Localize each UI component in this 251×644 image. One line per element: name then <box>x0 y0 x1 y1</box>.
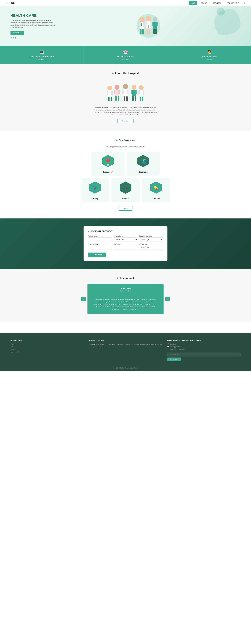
spacer1 <box>0 322 251 333</box>
doctor-name-select[interactable]: Doctor Name 1Doctor Name 2Doctor Name 3 <box>114 238 137 242</box>
footer-email: ✉️ demo@gmail.com <box>167 346 240 348</box>
services-bottom-row: ⚕️ Surgery ➕ First Aid 💊 Therapy <box>81 178 170 202</box>
nav-about[interactable]: ABOUT <box>199 1 208 5</box>
feature-advanced-tech: 💻 ADVANCED TECHNOLOGY Read More <box>0 46 84 64</box>
service-firstaid: ➕ First Aid <box>111 178 139 202</box>
date-input[interactable] <box>139 246 163 250</box>
appointment-section: BOOK APPOINTMENT Patient Name Doctor's N… <box>0 218 251 269</box>
about-read-more-button[interactable]: Read More <box>118 119 133 123</box>
appt-row1: Patient Name Doctor's Name Doctor Name 1… <box>88 235 163 242</box>
services-dot <box>116 140 118 141</box>
search-icon[interactable]: 🔍 <box>243 2 246 4</box>
carousel-dot-1[interactable] <box>11 37 12 38</box>
svg-rect-32 <box>114 90 115 94</box>
svg-rect-21 <box>155 28 157 34</box>
svg-rect-40 <box>124 96 125 102</box>
testimonial-card: Chris Jonas Default model test " Various… <box>88 284 163 314</box>
svg-rect-50 <box>138 90 140 94</box>
footer-ql-title: QUICK LINKS <box>11 339 84 341</box>
symptoms-input[interactable] <box>114 246 137 250</box>
about-illustration <box>11 79 240 102</box>
footer-link-services[interactable]: Services <box>11 348 84 350</box>
diagnosis-hex: 🩺 <box>137 154 150 169</box>
symptoms-group: Symptoms <box>114 244 137 250</box>
hero-image <box>56 13 240 39</box>
location-icon: 📍 <box>167 343 169 345</box>
nav-services[interactable]: SERVICES <box>211 1 223 5</box>
svg-point-42 <box>132 85 136 90</box>
svg-point-22 <box>148 27 149 28</box>
hero-cta-button[interactable]: Read More <box>11 31 24 35</box>
phone-label: Phone Number <box>88 244 112 245</box>
svg-rect-28 <box>108 97 110 101</box>
date-group: Choose Date <box>139 244 163 250</box>
svg-rect-41 <box>126 96 128 102</box>
svg-rect-17 <box>153 22 157 28</box>
phone-input[interactable] <box>88 246 112 250</box>
svg-rect-52 <box>140 96 141 101</box>
svg-rect-19 <box>157 22 158 26</box>
patient-name-input[interactable] <box>88 238 112 242</box>
view-all-button[interactable]: View All <box>119 206 132 210</box>
carousel-dot-2[interactable] <box>13 37 14 38</box>
svg-rect-20 <box>153 28 155 34</box>
footer-grid: QUICK LINKS Home About Services Appointm… <box>11 339 240 361</box>
svg-rect-47 <box>135 96 136 101</box>
phone-icon: 📞 <box>167 349 169 350</box>
svg-point-16 <box>153 17 157 22</box>
about-dot <box>112 73 114 74</box>
svg-point-30 <box>115 85 119 90</box>
department-label: Department's Name <box>139 235 163 237</box>
carousel-dot-3[interactable] <box>15 37 16 38</box>
footer-hospital-desc: There are many variations of passages of… <box>89 343 162 348</box>
submit-button[interactable]: SUBMIT NOW <box>88 252 106 257</box>
appointment-card: BOOK APPOINTMENT Patient Name Doctor's N… <box>84 226 167 261</box>
svg-point-36 <box>123 84 128 89</box>
department-select[interactable]: CardiologySurgeryTherapyFirst Aid <box>139 238 163 242</box>
testimonial-role: Default model test <box>94 290 157 292</box>
feature-doctors-link[interactable]: Read More <box>206 58 213 60</box>
footer-phone: 📞 Call : +01 1234567890 <box>167 349 240 350</box>
quote-icon: " <box>94 293 157 297</box>
service-diagnosis: 🩺 Diagnosis <box>127 152 160 176</box>
svg-rect-46 <box>132 96 134 101</box>
diagnosis-name: Diagnosis <box>139 171 148 173</box>
patient-name-group: Patient Name <box>88 235 112 242</box>
svg-rect-5 <box>143 22 145 27</box>
footer-link-appointment[interactable]: Appointment <box>11 351 84 353</box>
about-description: Esse sed doloribus error ad laborum dolo… <box>94 106 157 116</box>
footer-email-input[interactable] <box>167 352 240 356</box>
feature-tech-link[interactable]: Read More <box>38 58 45 60</box>
footer-hospital-title: THRINE HOSPITAL <box>89 339 162 341</box>
appt-dot <box>88 231 89 232</box>
feature-availability: 🏥 24/7 AVAILABILITY Read More <box>84 46 167 64</box>
svg-rect-6 <box>140 29 141 34</box>
patient-name-label: Patient Name <box>88 235 112 237</box>
footer-link-home[interactable]: Home <box>11 343 84 345</box>
testimonial-next-button[interactable]: › <box>165 296 170 301</box>
testimonial-nav: ‹ Chris Jonas Default model test " Vario… <box>81 284 170 314</box>
svg-rect-35 <box>118 96 119 101</box>
svg-rect-7 <box>142 29 144 34</box>
nav-appointment[interactable]: APPOINTMENT <box>225 1 241 5</box>
testimonial-title: Testimonial <box>11 277 240 280</box>
feature-avail-title: 24/7 AVAILABILITY <box>117 56 134 58</box>
about-section: About Our Hospital <box>0 64 251 131</box>
nav-home[interactable]: HOME <box>189 1 197 5</box>
svg-rect-49 <box>139 90 143 96</box>
svg-point-24 <box>107 86 112 90</box>
footer-hospital: THRINE HOSPITAL There are many variation… <box>89 339 162 361</box>
svg-text:🩺: 🩺 <box>140 158 146 164</box>
svg-text:📊: 📊 <box>107 164 109 166</box>
subscribe-button[interactable]: SUBSCRIBE <box>167 358 181 361</box>
testimonial-prev-button[interactable]: ‹ <box>81 296 86 301</box>
doctor-name-group: Doctor's Name Doctor Name 1Doctor Name 2… <box>114 235 137 242</box>
surgery-hex: ⚕️ <box>88 181 102 196</box>
svg-point-0 <box>139 17 144 22</box>
services-title: Our Services <box>11 139 240 142</box>
feature-avail-link[interactable]: Read More <box>122 58 129 60</box>
footer-link-about[interactable]: About <box>11 346 84 348</box>
svg-rect-38 <box>122 90 124 94</box>
svg-rect-26 <box>107 90 108 95</box>
svg-rect-18 <box>152 22 153 26</box>
